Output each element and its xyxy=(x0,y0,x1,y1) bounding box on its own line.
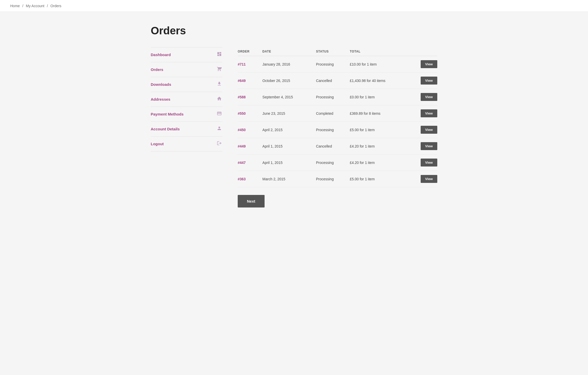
sidebar-item-dashboard[interactable]: Dashboard xyxy=(151,47,222,62)
order-date-0: January 28, 2016 xyxy=(263,56,316,72)
order-link-6[interactable]: #447 xyxy=(238,161,246,165)
table-row: #550 June 23, 2015 Completed £369.89 for… xyxy=(238,105,437,122)
breadcrumb: Home / My Account / Orders xyxy=(10,4,61,8)
order-total-3: £369.89 for 8 items xyxy=(350,105,411,122)
main-content: ORDER DATE STATUS TOTAL #711 January 28,… xyxy=(238,47,437,207)
table-row: #649 October 26, 2015 Cancelled £1,430.9… xyxy=(238,72,437,89)
order-link-2[interactable]: #588 xyxy=(238,95,246,99)
sidebar-item-payment-methods[interactable]: Payment Methods xyxy=(151,107,222,122)
table-row: #363 March 2, 2015 Processing £5.00 for … xyxy=(238,171,437,187)
view-button-0[interactable]: View xyxy=(421,60,437,68)
sidebar-label-orders: Orders xyxy=(151,67,163,72)
view-button-2[interactable]: View xyxy=(421,93,437,101)
table-row: #711 January 28, 2016 Processing £10.00 … xyxy=(238,56,437,72)
page-title: Orders xyxy=(151,25,437,37)
sidebar-label-addresses: Addresses xyxy=(151,97,170,101)
account-icon xyxy=(216,126,222,132)
order-total-6: £4.20 for 1 item xyxy=(350,154,411,171)
logout-icon xyxy=(216,141,222,147)
breadcrumb-sep2: / xyxy=(47,4,48,8)
table-row: #447 April 1, 2015 Processing £4.20 for … xyxy=(238,154,437,171)
sidebar-label-downloads: Downloads xyxy=(151,82,171,87)
col-total: TOTAL xyxy=(350,47,411,56)
order-link-5[interactable]: #449 xyxy=(238,144,246,148)
view-button-3[interactable]: View xyxy=(421,109,437,117)
sidebar-label-dashboard: Dashboard xyxy=(151,53,171,57)
order-link-4[interactable]: #450 xyxy=(238,128,246,132)
sidebar-item-logout[interactable]: Logout xyxy=(151,137,222,151)
view-button-7[interactable]: View xyxy=(421,175,437,183)
order-status-4: Processing xyxy=(316,122,350,138)
order-date-6: April 1, 2015 xyxy=(263,154,316,171)
sidebar-label-payment-methods: Payment Methods xyxy=(151,112,183,116)
order-status-7: Processing xyxy=(316,171,350,187)
table-row: #449 April 1, 2015 Cancelled £4.20 for 1… xyxy=(238,138,437,154)
view-button-6[interactable]: View xyxy=(421,159,437,166)
view-button-1[interactable]: View xyxy=(421,77,437,85)
order-date-1: October 26, 2015 xyxy=(263,72,316,89)
view-button-4[interactable]: View xyxy=(421,126,437,134)
col-date: DATE xyxy=(263,47,316,56)
orders-icon xyxy=(216,66,222,73)
order-total-5: £4.20 for 1 item xyxy=(350,138,411,154)
order-date-3: June 23, 2015 xyxy=(263,105,316,122)
order-status-0: Processing xyxy=(316,56,350,72)
sidebar-item-orders[interactable]: Orders xyxy=(151,62,222,77)
sidebar-item-addresses[interactable]: Addresses xyxy=(151,92,222,107)
view-button-5[interactable]: View xyxy=(421,142,437,150)
addresses-icon xyxy=(216,96,222,102)
sidebar-label-logout: Logout xyxy=(151,142,164,146)
next-button[interactable]: Next xyxy=(238,195,265,207)
order-date-4: April 2, 2015 xyxy=(263,122,316,138)
sidebar-item-account-details[interactable]: Account Details xyxy=(151,122,222,137)
payment-icon xyxy=(216,111,222,117)
order-total-0: £10.00 for 1 item xyxy=(350,56,411,72)
sidebar: Dashboard Orders Downloads Addresses xyxy=(151,47,222,151)
order-link-1[interactable]: #649 xyxy=(238,79,246,83)
order-status-2: Processing xyxy=(316,89,350,105)
order-status-3: Completed xyxy=(316,105,350,122)
order-total-4: £5.00 for 1 item xyxy=(350,122,411,138)
orders-table: ORDER DATE STATUS TOTAL #711 January 28,… xyxy=(238,47,437,187)
order-date-2: September 4, 2015 xyxy=(263,89,316,105)
breadcrumb-current: Orders xyxy=(50,4,61,8)
order-total-1: £1,430.98 for 40 items xyxy=(350,72,411,89)
order-link-3[interactable]: #550 xyxy=(238,111,246,116)
breadcrumb-sep1: / xyxy=(22,4,23,8)
breadcrumb-my-account[interactable]: My Account xyxy=(26,4,44,8)
col-status: STATUS xyxy=(316,47,350,56)
order-status-5: Cancelled xyxy=(316,138,350,154)
downloads-icon xyxy=(216,81,222,88)
order-status-6: Processing xyxy=(316,154,350,171)
order-total-2: £0.00 for 1 item xyxy=(350,89,411,105)
order-date-7: March 2, 2015 xyxy=(263,171,316,187)
order-total-7: £5.00 for 1 item xyxy=(350,171,411,187)
sidebar-label-account-details: Account Details xyxy=(151,127,180,131)
table-row: #450 April 2, 2015 Processing £5.00 for … xyxy=(238,122,437,138)
breadcrumb-bar: Home / My Account / Orders xyxy=(0,0,588,12)
breadcrumb-home[interactable]: Home xyxy=(10,4,20,8)
col-order: ORDER xyxy=(238,47,263,56)
dashboard-icon xyxy=(216,51,222,58)
order-date-5: April 1, 2015 xyxy=(263,138,316,154)
sidebar-item-downloads[interactable]: Downloads xyxy=(151,77,222,92)
col-action xyxy=(411,47,437,56)
order-link-7[interactable]: #363 xyxy=(238,177,246,181)
order-status-1: Cancelled xyxy=(316,72,350,89)
order-link-0[interactable]: #711 xyxy=(238,62,246,66)
table-row: #588 September 4, 2015 Processing £0.00 … xyxy=(238,89,437,105)
